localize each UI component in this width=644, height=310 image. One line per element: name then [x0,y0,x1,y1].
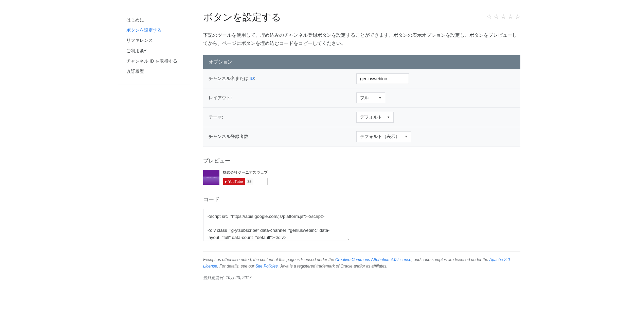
layout-value: フル [360,95,369,101]
play-icon [225,178,227,185]
subscribers-label: チャンネル登録者数: [203,127,351,146]
star-icon[interactable]: ☆ [515,13,520,20]
site-policies-link[interactable]: Site Policies [255,264,278,269]
code-heading: コード [203,196,520,203]
license-text: Except as otherwise noted, the content o… [203,257,520,270]
channel-input[interactable] [356,73,409,84]
layout-label: レイアウト: [203,88,351,107]
chevron-down-icon: ▼ [387,116,390,119]
star-icon[interactable]: ☆ [486,13,492,20]
star-icon[interactable]: ☆ [494,13,499,20]
channel-name[interactable]: 株式会社ジーニアスウェブ [223,170,268,175]
options-table: オプション チャンネル名または ID: レイアウト: フル ▼ [203,55,520,147]
theme-value: デフォルト [360,114,382,120]
layout-select[interactable]: フル ▼ [356,92,385,103]
youtube-subscribe-button[interactable]: YouTube 35 [223,178,268,185]
sidebar-item-revision-history[interactable]: 改訂履歴 [124,66,190,76]
rating-stars: ☆ ☆ ☆ ☆ ☆ [486,13,520,20]
subscribers-value: デフォルト（表示） [360,134,400,140]
sidebar-item-channel-id[interactable]: チャンネル ID を取得する [124,56,190,66]
theme-label: テーマ: [203,107,351,127]
sidebar-item-intro[interactable]: はじめに [124,15,190,25]
sidebar-item-terms[interactable]: ご利用条件 [124,46,190,56]
main-content: ボタンを設定する ☆ ☆ ☆ ☆ ☆ 下記のツールを使用して、埋め込みのチャンネ… [198,7,526,281]
star-icon[interactable]: ☆ [508,13,513,20]
cc-license-link[interactable]: Creative Commons Attribution 4.0 License [335,257,411,262]
preview-heading: プレビュー [203,157,520,165]
star-icon[interactable]: ☆ [501,13,506,20]
divider [203,252,520,252]
subscribers-select[interactable]: デフォルト（表示） ▼ [356,131,411,142]
subscriber-count: 35 [245,178,253,185]
channel-label: チャンネル名または ID: [203,69,351,88]
chevron-down-icon: ▼ [378,96,381,100]
channel-thumbnail[interactable]: GeniusWeb [203,170,219,185]
intro-text: 下記のツールを使用して、埋め込みのチャンネル登録ボタンを設定することができます。… [203,31,520,48]
last-updated: 最終更新日: 10月 23, 2017 [203,275,520,281]
sidebar-item-configure-button[interactable]: ボタンを設定する [124,25,190,35]
id-link[interactable]: ID [250,76,254,81]
sidebar-item-reference[interactable]: リファレンス [124,35,190,46]
theme-select[interactable]: デフォルト ▼ [356,112,394,123]
code-textarea[interactable] [203,209,349,241]
sidebar: はじめに ボタンを設定する リファレンス ご利用条件 チャンネル ID を取得す… [118,7,190,85]
chevron-down-icon: ▼ [405,135,408,138]
preview-widget: GeniusWeb 株式会社ジーニアスウェブ YouTube 35 [203,170,520,185]
options-header: オプション [203,55,520,69]
page-title: ボタンを設定する [203,11,281,24]
youtube-label: YouTube [228,178,243,185]
